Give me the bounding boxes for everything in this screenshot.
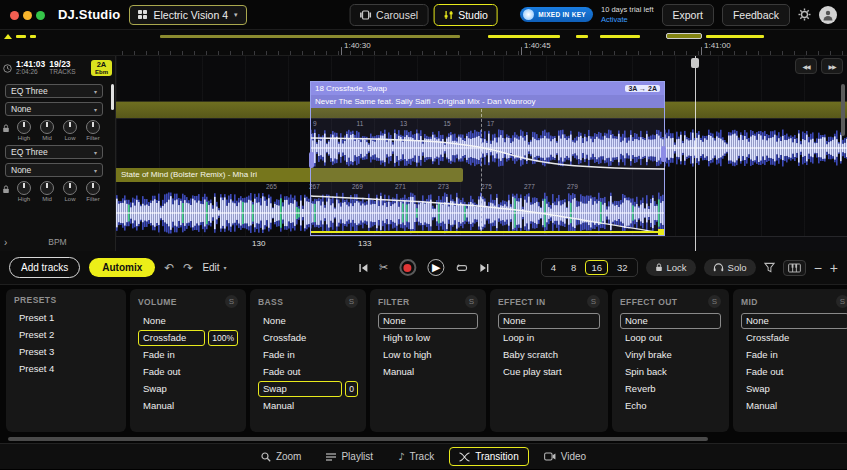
- option-loop-out[interactable]: Loop out: [620, 330, 721, 346]
- carousel-button[interactable]: Carousel: [349, 4, 428, 26]
- knob-high[interactable]: High: [14, 181, 34, 202]
- snap-4[interactable]: 4: [545, 260, 562, 275]
- sync-badge[interactable]: S: [345, 295, 358, 308]
- option-fade-out[interactable]: Fade out: [138, 364, 238, 380]
- undo-button[interactable]: ↶: [164, 261, 174, 275]
- horizontal-scrollbar[interactable]: [0, 435, 847, 443]
- option-value[interactable]: 100%: [208, 330, 238, 346]
- option-none[interactable]: None: [620, 313, 721, 329]
- option-crossfade[interactable]: Crossfade: [258, 330, 358, 346]
- activate-link[interactable]: Activate: [601, 15, 654, 24]
- option-baby-scratch[interactable]: Baby scratch: [498, 347, 600, 363]
- tab-zoom[interactable]: Zoom: [251, 447, 312, 466]
- option-manual[interactable]: Manual: [138, 398, 238, 414]
- option-manual[interactable]: Manual: [741, 398, 847, 414]
- settings-gear-icon[interactable]: [798, 8, 811, 21]
- split-button[interactable]: ✂: [379, 261, 388, 274]
- loop-button[interactable]: [455, 263, 468, 273]
- minimap-viewport[interactable]: [666, 33, 702, 39]
- option-high-to-low[interactable]: High to low: [378, 330, 478, 346]
- automix-preset-select[interactable]: Electric Vision 4 ▾: [129, 5, 246, 25]
- knob-filter[interactable]: Filter: [83, 120, 103, 141]
- ruler-ticks[interactable]: 1:40:301:40:451:41:00: [0, 41, 847, 55]
- sync-badge[interactable]: S: [587, 295, 600, 308]
- option-value[interactable]: 0: [345, 381, 358, 397]
- tab-playlist[interactable]: Playlist: [316, 447, 383, 466]
- filter-funnel-button[interactable]: [764, 262, 775, 273]
- option-preset-3[interactable]: Preset 3: [14, 344, 118, 360]
- snap-8[interactable]: 8: [565, 260, 582, 275]
- studio-button[interactable]: Studio: [433, 4, 498, 26]
- minimize-button[interactable]: [23, 11, 32, 20]
- option-none[interactable]: None: [741, 313, 847, 329]
- volume-curve-b[interactable]: [311, 196, 663, 233]
- option-none[interactable]: None: [258, 313, 358, 329]
- volume-curve-a[interactable]: [311, 138, 665, 169]
- fade-boundary-handle[interactable]: [658, 229, 664, 235]
- automation-curves[interactable]: [311, 82, 666, 237]
- seek-back-button[interactable]: ◀◀: [795, 58, 817, 74]
- play-button[interactable]: ▶: [427, 259, 444, 276]
- skip-end-button[interactable]: [479, 263, 489, 273]
- redo-button[interactable]: ↷: [183, 261, 193, 275]
- option-fade-in[interactable]: Fade in: [741, 347, 847, 363]
- keyboard-button[interactable]: [783, 260, 806, 276]
- option-crossfade[interactable]: Crossfade: [741, 330, 847, 346]
- automix-button[interactable]: Automix: [89, 258, 155, 277]
- tab-video[interactable]: Video: [534, 447, 596, 466]
- minimap[interactable]: [0, 34, 847, 40]
- option-low-to-high[interactable]: Low to high: [378, 347, 478, 363]
- snap-16[interactable]: 16: [585, 260, 608, 275]
- option-fade-out[interactable]: Fade out: [258, 364, 358, 380]
- eq-type-select-b[interactable]: EQ Three▾: [5, 145, 103, 159]
- option-manual[interactable]: Manual: [378, 364, 478, 380]
- snap-32[interactable]: 32: [611, 260, 634, 275]
- zoom-out-button[interactable]: −: [814, 260, 822, 276]
- eq-type-select-a[interactable]: EQ Three▾: [5, 84, 103, 98]
- option-fade-in[interactable]: Fade in: [258, 347, 358, 363]
- horizontal-scroll-thumb[interactable]: [8, 437, 708, 441]
- tab-track[interactable]: ♪Track: [388, 447, 444, 466]
- knob-high[interactable]: High: [14, 120, 34, 141]
- playhead[interactable]: [695, 56, 696, 251]
- vertical-scrollbar[interactable]: [841, 84, 845, 136]
- knob-filter[interactable]: Filter: [83, 181, 103, 202]
- tab-transition[interactable]: Transition: [449, 447, 529, 466]
- feedback-button[interactable]: Feedback: [722, 4, 790, 26]
- option-fade-in[interactable]: Fade in: [138, 347, 238, 363]
- fade-boundary-line[interactable]: [311, 231, 662, 233]
- close-button[interactable]: [10, 11, 19, 20]
- option-swap[interactable]: Swap: [741, 381, 847, 397]
- export-button[interactable]: Export: [662, 4, 714, 26]
- arrangement[interactable]: State of Mind (Bolster Remix) - Mha Iri …: [116, 56, 847, 251]
- edit-menu-button[interactable]: Edit▾: [202, 262, 226, 273]
- option-swap[interactable]: Swap0: [258, 381, 358, 397]
- eq-fx-select-b[interactable]: None▾: [5, 163, 103, 177]
- option-loop-in[interactable]: Loop in: [498, 330, 600, 346]
- sync-badge[interactable]: S: [836, 295, 847, 308]
- option-spin-back[interactable]: Spin back: [620, 364, 721, 380]
- knob-mid[interactable]: Mid: [37, 181, 57, 202]
- option-swap[interactable]: Swap: [138, 381, 238, 397]
- knob-low[interactable]: Low: [60, 181, 80, 202]
- sync-badge[interactable]: S: [465, 295, 478, 308]
- option-crossfade[interactable]: Crossfade100%: [138, 330, 238, 346]
- option-echo[interactable]: Echo: [620, 398, 721, 414]
- option-manual[interactable]: Manual: [258, 398, 358, 414]
- lock-icon[interactable]: [2, 124, 10, 133]
- timeline-head[interactable]: 1:40:301:40:451:41:00: [0, 30, 847, 56]
- zoom-in-button[interactable]: +: [830, 260, 838, 276]
- knob-mid[interactable]: Mid: [37, 120, 57, 141]
- clip-handle-left[interactable]: [309, 152, 314, 168]
- eq-fx-select-a[interactable]: None▾: [5, 102, 103, 116]
- user-avatar[interactable]: [819, 6, 837, 24]
- option-reverb[interactable]: Reverb: [620, 381, 721, 397]
- clip-handle-right[interactable]: [661, 146, 666, 162]
- skip-start-button[interactable]: [358, 263, 368, 273]
- option-preset-2[interactable]: Preset 2: [14, 327, 118, 343]
- knob-low[interactable]: Low: [60, 120, 80, 141]
- solo-toggle[interactable]: Solo: [704, 259, 756, 276]
- maximize-button[interactable]: [36, 11, 45, 20]
- eq-scrollbar[interactable]: [111, 84, 114, 110]
- option-none[interactable]: None: [378, 313, 478, 329]
